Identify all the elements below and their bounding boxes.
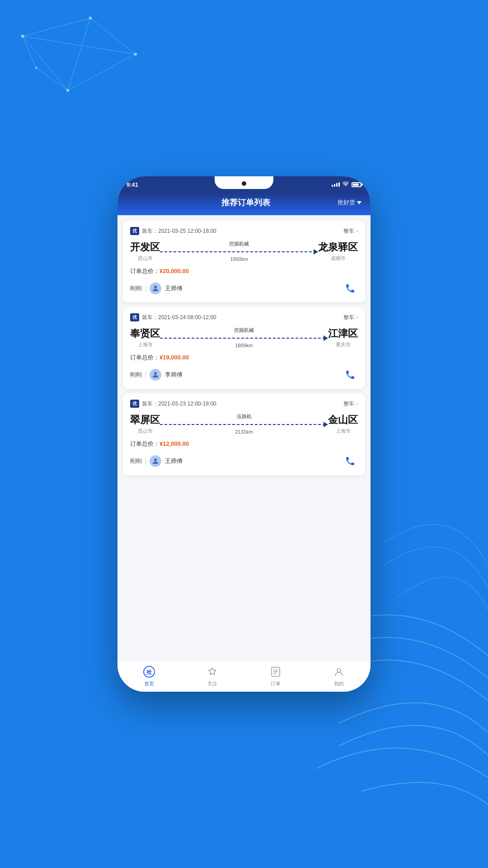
route-section: 翠屏区 昆山市 压路机 2131km 金山区 上海市 [130, 413, 358, 434]
priority-badge: 优 [130, 227, 139, 235]
price-section: 订单总价：¥20,000.00 [130, 267, 358, 275]
svg-line-0 [23, 18, 90, 36]
list-icon [269, 665, 282, 679]
battery-icon [352, 182, 361, 187]
order-type: 整车 › [343, 227, 358, 235]
call-button[interactable] [343, 281, 358, 296]
nav-item-home[interactable]: 抢 ⚡ 首页 [117, 665, 181, 687]
svg-point-13 [154, 286, 157, 288]
call-button[interactable] [343, 367, 358, 382]
order-list[interactable]: 优 装车：2021-03-25 12:00-18:00 整车 › 开发区 昆山市… [117, 215, 371, 661]
star-icon [206, 665, 219, 679]
driver-avatar [150, 455, 161, 467]
nav-label-follow: 关注 [207, 680, 217, 687]
wifi-icon [343, 181, 349, 188]
route-section: 开发区 昆山市 挖掘机械 1950km 龙泉驿区 成都市 [130, 241, 358, 262]
nav-item-profile[interactable]: 我的 [307, 665, 371, 687]
app-header: 推荐订单列表 抢好货 [117, 193, 371, 215]
card-header: 优 装车：2021-03-23 12:00-18:00 整车 › [130, 400, 358, 408]
svg-point-23 [337, 669, 341, 672]
price-section: 订单总价：¥12,000.00 [130, 440, 358, 448]
route-section: 奉贤区 上海市 挖掘机械 1809km 江津区 重庆市 [130, 327, 358, 348]
svg-line-3 [23, 36, 68, 90]
route-middle: 挖掘机械 1950km [160, 241, 318, 262]
nav-item-follow[interactable]: 关注 [181, 665, 244, 687]
from-city: 奉贤区 上海市 [130, 327, 160, 348]
priority-badge: 优 [130, 400, 139, 408]
svg-line-4 [68, 18, 90, 90]
card-header: 优 装车：2021-03-25 12:00-18:00 整车 › [130, 227, 358, 235]
to-city: 金山区 上海市 [328, 413, 358, 434]
svg-line-1 [90, 18, 136, 54]
svg-point-15 [154, 458, 157, 461]
svg-line-2 [68, 54, 136, 90]
svg-point-7 [89, 17, 92, 19]
status-time: 9:41 [127, 181, 138, 188]
notch [215, 176, 273, 189]
driver-section: 刚刚 王师傅 [130, 453, 358, 469]
status-icons [332, 181, 361, 188]
driver-avatar [150, 283, 161, 294]
svg-point-8 [134, 53, 137, 56]
nav-label-profile: 我的 [334, 680, 344, 687]
card-date: 装车：2021-03-25 12:00-18:00 [142, 227, 216, 235]
nav-item-orders[interactable]: 订单 [244, 665, 307, 687]
svg-text:抢: 抢 [146, 669, 152, 675]
from-city: 开发区 昆山市 [130, 241, 160, 262]
user-icon [332, 665, 346, 679]
route-middle: 挖掘机械 1809km [160, 327, 328, 348]
driver-section: 刚刚 李师傅 [130, 367, 358, 382]
card-header: 优 装车：2021-03-24 08:00-12:00 整车 › [130, 313, 358, 321]
svg-point-10 [35, 67, 37, 69]
filter-icon [357, 201, 361, 204]
home-icon: 抢 ⚡ [142, 665, 156, 679]
from-city: 翠屏区 昆山市 [130, 413, 160, 434]
card-date: 装车：2021-03-23 12:00-18:00 [142, 400, 216, 408]
svg-line-5 [23, 36, 136, 54]
filter-label: 抢好货 [338, 198, 355, 207]
page-title: 推荐订单列表 [154, 197, 338, 208]
phone-frame: 9:41 [117, 176, 371, 692]
order-type: 整车 › [343, 400, 358, 408]
nav-label-orders: 订单 [271, 680, 281, 687]
svg-line-12 [23, 36, 36, 68]
status-bar: 9:41 [117, 176, 371, 193]
to-city: 龙泉驿区 成都市 [318, 241, 358, 262]
bottom-nav: 抢 ⚡ 首页 关注 [117, 661, 371, 692]
route-middle: 压路机 2131km [160, 413, 328, 434]
signal-icon [332, 182, 340, 187]
order-card[interactable]: 优 装车：2021-03-25 12:00-18:00 整车 › 开发区 昆山市… [123, 221, 365, 302]
priority-badge: 优 [130, 313, 139, 321]
order-card[interactable]: 优 装车：2021-03-23 12:00-18:00 整车 › 翠屏区 昆山市… [123, 393, 365, 475]
svg-point-9 [66, 89, 69, 92]
driver-section: 刚刚 王师傅 [130, 281, 358, 296]
svg-point-6 [21, 35, 24, 38]
notch-camera [242, 181, 246, 186]
svg-text:⚡: ⚡ [153, 667, 155, 671]
call-button[interactable] [343, 453, 358, 469]
svg-line-11 [36, 68, 68, 90]
filter-button[interactable]: 抢好货 [338, 198, 361, 207]
price-section: 订单总价：¥19,000.00 [130, 354, 358, 362]
driver-avatar [150, 369, 161, 381]
svg-point-14 [154, 372, 157, 375]
nav-label-home: 首页 [144, 680, 154, 687]
order-card[interactable]: 优 装车：2021-03-24 08:00-12:00 整车 › 奉贤区 上海市… [123, 307, 365, 389]
order-type: 整车 › [343, 314, 358, 321]
card-date: 装车：2021-03-24 08:00-12:00 [142, 314, 216, 321]
to-city: 江津区 重庆市 [328, 327, 358, 348]
